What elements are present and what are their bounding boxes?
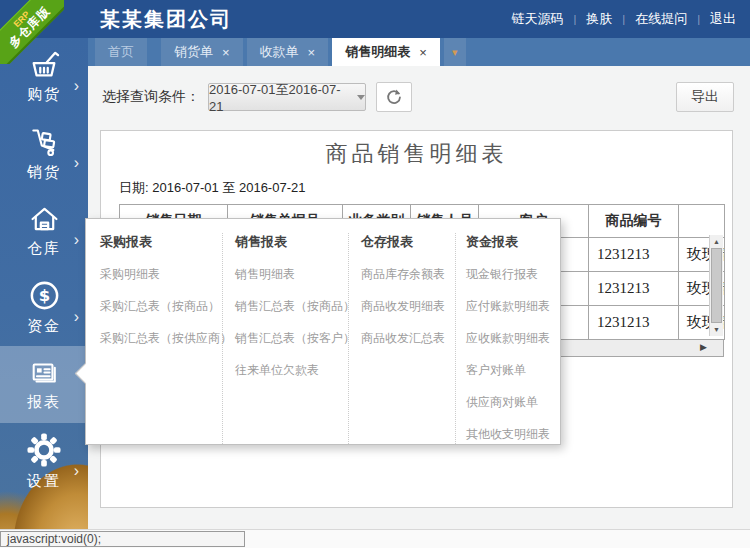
menu-item-sales-summary-customer[interactable]: 销售汇总表（按客户） (235, 329, 348, 347)
sidebar-item-warehouse[interactable]: 仓库 › (0, 192, 88, 269)
link-separator: | (697, 13, 700, 25)
query-toolbar: 选择查询条件： 2016-07-01至2016-07-21 导出 (102, 82, 734, 112)
sidebar-item-reports[interactable]: 报表 (0, 346, 88, 423)
link-logout[interactable]: 退出 (710, 10, 736, 28)
menu-header: 采购报表 (100, 233, 222, 251)
chevron-right-icon: › (74, 79, 79, 93)
tab-home[interactable]: 首页 (95, 38, 147, 66)
menu-item-cash-bank[interactable]: 现金银行报表 (466, 265, 560, 283)
chevron-right-icon: › (74, 310, 79, 324)
report-icon (27, 358, 61, 388)
ribbon-band: ERP 多仓库版 (0, 0, 64, 64)
menu-item-stock-inout-summary[interactable]: 商品收发汇总表 (361, 329, 455, 347)
topbar-links: 链天源码 | 换肤 | 在线提问 | 退出 (511, 0, 736, 38)
tab-sales-order[interactable]: 销货单 × (161, 38, 243, 66)
report-date-range: 日期: 2016-07-01 至 2016-07-21 (119, 179, 732, 196)
menu-item-receivable-detail[interactable]: 应收账款明细表 (466, 329, 560, 347)
chevron-right-icon: › (74, 233, 79, 247)
export-button[interactable]: 导出 (676, 82, 734, 112)
sidebar-item-label: 资金 (27, 317, 61, 336)
dollar-glyph: $ (38, 286, 49, 305)
tab-label: 销货单 (174, 43, 213, 61)
scrollbar-thumb[interactable] (711, 248, 722, 323)
menu-item-other-inout-detail[interactable]: 其他收支明细表 (466, 425, 560, 443)
sidebar-item-label: 设置 (27, 472, 61, 491)
chevron-right-icon: › (74, 156, 79, 170)
sidebar-item-label: 仓库 (27, 239, 61, 258)
funds-icon: $ (28, 279, 61, 312)
close-icon[interactable]: × (222, 46, 230, 59)
sidebar-item-label: 购货 (27, 85, 61, 104)
query-label: 选择查询条件： (102, 88, 200, 106)
menu-item-payable-detail[interactable]: 应付账款明细表 (466, 297, 560, 315)
menu-header: 销售报表 (235, 233, 348, 251)
chevron-down-icon (357, 95, 365, 100)
scroll-down-icon[interactable]: ▼ (710, 323, 723, 336)
menu-item-supplier-statement[interactable]: 供应商对账单 (466, 393, 560, 411)
vertical-scrollbar[interactable]: ▲ ▼ (709, 235, 723, 336)
menu-item-stock-balance[interactable]: 商品库存余额表 (361, 265, 455, 283)
status-link-hint: javascript:void(0); (0, 531, 245, 547)
sidebar-item-label: 报表 (27, 393, 61, 412)
close-icon[interactable]: × (308, 46, 316, 59)
export-label: 导出 (691, 88, 719, 106)
reports-popup-menu: 采购报表 采购明细表 采购汇总表（按商品） 采购汇总表（按供应商） 销售报表 销… (85, 218, 561, 445)
link-change-skin[interactable]: 换肤 (586, 10, 612, 28)
refresh-button[interactable] (376, 82, 412, 112)
app-window: 某某集团公司 链天源码 | 换肤 | 在线提问 | 退出 ERP 多仓库版 首页… (0, 0, 750, 548)
menu-item-counterparty-arrears[interactable]: 往来单位欠款表 (235, 361, 348, 379)
link-separator: | (573, 13, 576, 25)
sidebar-item-funds[interactable]: $ 资金 › (0, 269, 88, 346)
menu-item-customer-statement[interactable]: 客户对账单 (466, 361, 560, 379)
link-separator: | (622, 13, 625, 25)
cell-product-code: 1231213 (589, 238, 679, 272)
sidebar-item-settings[interactable]: 设置 › (0, 423, 88, 500)
scroll-right-icon[interactable]: ▶ (700, 342, 707, 352)
warehouse-icon (28, 204, 61, 234)
menu-header: 资金报表 (466, 233, 560, 251)
report-title: 商品销售明细表 (101, 141, 732, 167)
link-source[interactable]: 链天源码 (511, 10, 563, 28)
tab-label: 收款单 (260, 43, 299, 61)
menu-item-stock-inout-detail[interactable]: 商品收发明细表 (361, 297, 455, 315)
col-header (679, 205, 725, 238)
gear-icon (27, 433, 61, 467)
sidebar-item-sales[interactable]: 销货 › (0, 115, 88, 192)
refresh-icon (385, 88, 403, 106)
menu-column-sales-reports: 销售报表 销售明细表 销售汇总表（按商品） 销售汇总表（按客户） 往来单位欠款表 (223, 233, 349, 444)
close-icon[interactable]: × (419, 46, 427, 59)
tabbar: 首页 销货单 × 收款单 × 销售明细表 × ▾ (88, 38, 750, 66)
menu-column-funds-reports: 资金报表 现金银行报表 应付账款明细表 应收账款明细表 客户对账单 供应商对账单… (456, 233, 560, 444)
corner-ribbon: ERP 多仓库版 (0, 0, 64, 64)
menu-item-sales-detail[interactable]: 销售明细表 (235, 265, 348, 283)
cell-product-code: 1231213 (589, 306, 679, 340)
menu-item-sales-summary-product[interactable]: 销售汇总表（按商品） (235, 297, 348, 315)
chevron-down-icon: ▾ (452, 46, 458, 59)
status-bar: javascript:void(0); (0, 529, 750, 548)
tab-label: 销售明细表 (345, 43, 410, 61)
tab-label: 首页 (108, 43, 134, 61)
date-range-value: 2016-07-01至2016-07-21 (209, 81, 348, 114)
col-header-product-code: 商品编号 (589, 205, 679, 238)
menu-item-purchase-summary-product[interactable]: 采购汇总表（按商品） (100, 297, 222, 315)
chevron-right-icon: › (74, 464, 79, 478)
menu-item-purchase-detail[interactable]: 采购明细表 (100, 265, 222, 283)
menu-item-purchase-summary-supplier[interactable]: 采购汇总表（按供应商） (100, 329, 222, 347)
tab-sales-detail-report[interactable]: 销售明细表 × (332, 38, 440, 66)
tab-overflow-button[interactable]: ▾ (444, 38, 466, 66)
app-title: 某某集团公司 (100, 0, 232, 38)
topbar: 某某集团公司 链天源码 | 换肤 | 在线提问 | 退出 (0, 0, 750, 38)
cell-product-code: 1231213 (589, 272, 679, 306)
sidebar: 购货 › 销货 › (0, 38, 88, 530)
menu-column-inventory-reports: 仓存报表 商品库存余额表 商品收发明细表 商品收发汇总表 (349, 233, 456, 444)
menu-header: 仓存报表 (361, 233, 455, 251)
sidebar-item-label: 销货 (27, 163, 61, 182)
link-online-help[interactable]: 在线提问 (635, 10, 687, 28)
date-range-select[interactable]: 2016-07-01至2016-07-21 (208, 83, 366, 111)
tab-receipt-order[interactable]: 收款单 × (247, 38, 329, 66)
trolley-icon (28, 126, 60, 158)
scroll-up-icon[interactable]: ▲ (710, 235, 723, 248)
menu-column-purchase-reports: 采购报表 采购明细表 采购汇总表（按商品） 采购汇总表（按供应商） (100, 233, 223, 444)
